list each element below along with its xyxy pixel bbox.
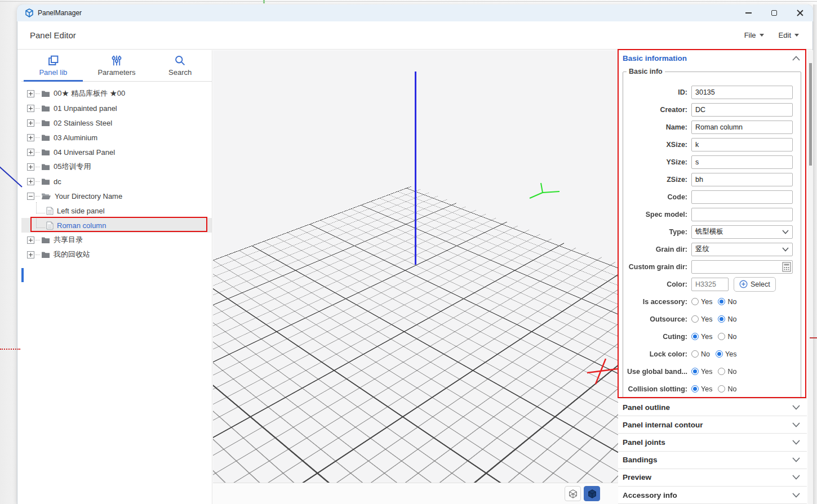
radio-unselected-icon[interactable] [718, 368, 725, 375]
folder-icon [41, 104, 50, 112]
minimize-button[interactable] [735, 5, 761, 21]
tab-panel-lib[interactable]: Panel lib [21, 50, 85, 81]
field-input[interactable] [691, 103, 793, 117]
accordion-section[interactable]: Panel internal contour [618, 416, 807, 434]
radio-option[interactable]: Yes [691, 333, 712, 341]
radio-option[interactable]: No [718, 333, 736, 341]
radio-option[interactable]: Yes [691, 298, 712, 306]
field-label: YSize: [623, 158, 691, 166]
tree-item[interactable]: Roman column [21, 218, 212, 233]
solid-view-button[interactable] [584, 486, 600, 501]
radio-option[interactable]: No [691, 350, 710, 358]
expand-toggle-icon[interactable] [27, 178, 34, 185]
accordion-section[interactable]: Bandings [618, 452, 807, 469]
tree-item-label: 共享目录 [54, 235, 83, 245]
document-icon [46, 207, 54, 215]
accordion-section[interactable]: Accessory info [618, 487, 807, 504]
tree-item[interactable]: dc [21, 174, 212, 189]
radio-option[interactable]: No [718, 385, 736, 393]
radio-option[interactable]: Yes [691, 368, 712, 376]
radio-option[interactable]: No [718, 368, 736, 376]
radio-selected-icon[interactable] [691, 368, 699, 375]
tree-item[interactable]: 05培训专用 [21, 159, 212, 174]
expand-toggle-icon[interactable] [27, 251, 34, 258]
radio-selected-icon[interactable] [718, 315, 725, 323]
accordion-section[interactable]: Panel outline [618, 399, 807, 416]
expand-toggle-icon[interactable] [27, 105, 34, 112]
tab-search[interactable]: Search [148, 50, 212, 81]
radio-selected-icon[interactable] [716, 350, 723, 358]
tree-item[interactable]: 共享目录 [21, 233, 212, 247]
field-input[interactable] [691, 208, 793, 221]
expand-toggle-icon[interactable] [27, 163, 34, 171]
field-input[interactable] [691, 260, 793, 274]
maximize-button[interactable] [761, 5, 787, 21]
accordion-section[interactable]: Panel joints [618, 434, 807, 451]
field-input[interactable] [691, 173, 793, 186]
window-title: PanelManager [38, 9, 82, 17]
expand-toggle-icon[interactable] [27, 134, 34, 141]
viewport-3d[interactable] [213, 50, 618, 504]
tree-item[interactable]: 我的回收站 [21, 247, 212, 262]
radio-label: No [727, 298, 736, 306]
radio-option[interactable]: Yes [691, 315, 712, 323]
calculator-icon[interactable] [782, 262, 791, 272]
field-select[interactable]: 铣型横板 [691, 225, 793, 239]
accordion-section[interactable]: Preview [618, 469, 807, 487]
tree-item[interactable]: 03 Aluminium [21, 130, 212, 145]
field-label: Spec model: [623, 211, 691, 218]
radio-selected-icon[interactable] [691, 333, 699, 340]
field-row: ID: [623, 83, 793, 101]
radio-unselected-icon[interactable] [691, 298, 699, 305]
y-axis-marker-icon [527, 179, 563, 204]
field-input[interactable] [691, 121, 793, 134]
field-input[interactable] [691, 190, 793, 204]
basic-info-fields: ID:Creator:Name:XSize:YSize:ZSize:Code:S… [623, 83, 793, 398]
tree-item[interactable]: 01 Unpainted panel [21, 101, 212, 115]
radio-option[interactable]: No [718, 315, 736, 323]
expand-toggle-icon[interactable] [27, 119, 34, 127]
field-input[interactable] [691, 155, 793, 169]
edit-menu[interactable]: Edit [779, 31, 799, 39]
accordion-label: Preview [623, 473, 651, 481]
expand-toggle-icon[interactable] [27, 149, 34, 156]
section-basic-information[interactable]: Basic information [618, 50, 807, 66]
tree-item[interactable]: Left side panel [21, 203, 212, 218]
radio-option[interactable]: No [718, 298, 736, 306]
radio-unselected-icon[interactable] [718, 385, 725, 393]
tree-connector [35, 152, 40, 153]
field-label: Is accessory: [623, 298, 691, 306]
field-label: Color: [623, 280, 691, 288]
scrollbar-thumb[interactable] [809, 63, 812, 166]
wireframe-view-button[interactable] [565, 486, 581, 501]
collapse-toggle-icon[interactable] [27, 193, 34, 200]
file-menu[interactable]: File [744, 31, 764, 39]
field-label: Cuting: [623, 333, 691, 341]
expand-toggle-icon[interactable] [27, 90, 34, 97]
color-select-button[interactable]: Select [734, 277, 776, 292]
field-input[interactable] [691, 86, 793, 99]
radio-selected-icon[interactable] [691, 385, 699, 393]
field-input[interactable] [691, 138, 793, 151]
radio-unselected-icon[interactable] [718, 333, 725, 340]
radio-unselected-icon[interactable] [691, 315, 699, 323]
radio-label: Yes [701, 385, 712, 393]
sidebar: Panel lib Parameters Search 00★ 精品 [21, 50, 212, 504]
tab-label: Search [168, 68, 192, 77]
tree-item-label: dc [54, 177, 61, 186]
tree-item-label: Left side panel [57, 207, 105, 215]
tree-connector [35, 93, 40, 94]
field-select[interactable]: 竖纹 [691, 243, 793, 256]
radio-option[interactable]: Yes [716, 350, 736, 358]
tab-parameters[interactable]: Parameters [85, 50, 149, 81]
close-button[interactable] [787, 5, 813, 21]
tree-item[interactable]: Your Directory Name [21, 189, 212, 203]
color-input[interactable] [691, 278, 729, 291]
radio-unselected-icon[interactable] [691, 350, 699, 358]
radio-selected-icon[interactable] [718, 298, 725, 305]
expand-toggle-icon[interactable] [27, 237, 34, 244]
radio-option[interactable]: Yes [691, 385, 712, 393]
tree-item[interactable]: 02 Stainless Steel [21, 115, 212, 130]
tree-item[interactable]: 04 Universal Panel [21, 145, 212, 159]
tree-item[interactable]: 00★ 精品库板件 ★00 [21, 86, 212, 101]
